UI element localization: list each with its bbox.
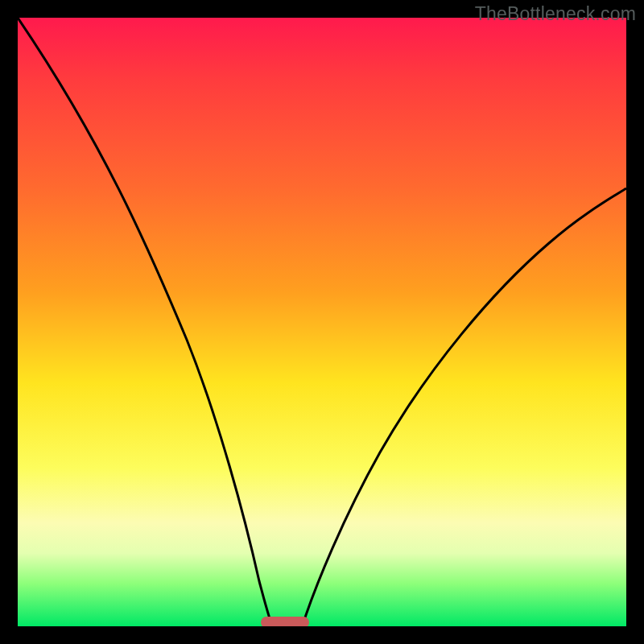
left-curve [18,18,272,625]
chart-frame: TheBottleneck.com [0,0,644,644]
bottleneck-marker [261,617,309,626]
watermark-text: TheBottleneck.com [475,3,636,25]
curves-layer [18,18,626,626]
right-curve [303,188,626,625]
plot-area [18,18,626,626]
